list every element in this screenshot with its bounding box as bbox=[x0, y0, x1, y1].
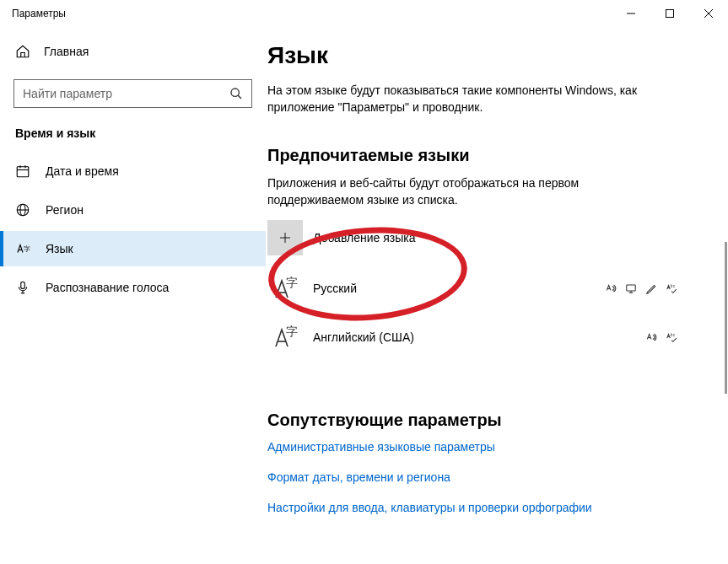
maximize-icon bbox=[666, 9, 674, 18]
search-input[interactable] bbox=[23, 87, 229, 100]
language-features: bc bbox=[605, 282, 677, 294]
add-language-label: Добавление языка bbox=[313, 231, 416, 244]
sidebar-item-datetime[interactable]: Дата и время bbox=[0, 153, 266, 189]
home-nav[interactable]: Главная bbox=[0, 35, 266, 67]
display-language-icon bbox=[625, 282, 637, 294]
sidebar-category: Время и язык bbox=[0, 126, 266, 140]
spellcheck-icon: bc bbox=[666, 331, 677, 343]
svg-rect-1 bbox=[666, 10, 674, 18]
add-icon-square bbox=[267, 220, 303, 255]
search-box[interactable] bbox=[13, 79, 252, 108]
calendar-clock-icon bbox=[15, 164, 30, 179]
link-date-format[interactable]: Формат даты, времени и региона bbox=[267, 470, 703, 484]
svg-text:字: 字 bbox=[286, 276, 298, 289]
svg-text:字: 字 bbox=[24, 245, 30, 253]
page-title: Язык bbox=[267, 42, 703, 69]
text-to-speech-icon bbox=[645, 331, 657, 343]
svg-rect-23 bbox=[627, 285, 636, 291]
titlebar: Параметры bbox=[0, 0, 728, 27]
language-item-english[interactable]: 字 Английский (США) bc bbox=[267, 314, 681, 360]
scrollbar-thumb[interactable] bbox=[725, 242, 727, 394]
svg-rect-6 bbox=[17, 167, 29, 177]
sidebar-item-language[interactable]: 字 Язык bbox=[0, 231, 266, 266]
plus-icon bbox=[278, 230, 293, 245]
language-glyph-icon: 字 bbox=[267, 320, 303, 355]
preferred-description: Приложения и веб-сайты будут отображатьс… bbox=[267, 175, 639, 208]
sidebar-item-label: Язык bbox=[46, 242, 73, 255]
sidebar-item-label: Дата и время bbox=[46, 164, 119, 178]
link-admin-language[interactable]: Административные языковые параметры bbox=[267, 440, 703, 454]
page-description: На этом языке будут показываться такие к… bbox=[267, 83, 664, 115]
search-icon bbox=[229, 87, 243, 100]
language-icon: 字 bbox=[15, 241, 30, 256]
sidebar-item-region[interactable]: Регион bbox=[0, 192, 266, 228]
sidebar-item-label: Регион bbox=[46, 203, 84, 217]
svg-point-4 bbox=[231, 89, 239, 96]
language-features: bc bbox=[645, 331, 677, 343]
home-icon bbox=[15, 44, 30, 59]
add-language-button[interactable]: Добавление языка bbox=[267, 220, 681, 255]
language-item-russian[interactable]: 字 Русский bc bbox=[267, 266, 681, 311]
sidebar: Главная Время и язык Дата и время Регион bbox=[0, 27, 266, 564]
spellcheck-icon: bc bbox=[666, 282, 677, 294]
sidebar-item-label: Распознавание голоса bbox=[46, 281, 169, 294]
preferred-heading: Предпочитаемые языки bbox=[267, 146, 703, 165]
window-title: Параметры bbox=[12, 8, 66, 19]
language-name: Русский bbox=[313, 282, 605, 295]
home-label: Главная bbox=[44, 45, 89, 58]
text-to-speech-icon bbox=[605, 282, 617, 294]
minimize-button[interactable] bbox=[612, 0, 650, 27]
handwriting-icon bbox=[645, 282, 657, 294]
window-controls bbox=[612, 0, 728, 27]
close-icon bbox=[704, 9, 713, 18]
svg-text:c: c bbox=[673, 334, 676, 338]
globe-icon bbox=[15, 202, 30, 218]
link-input-settings[interactable]: Настройки для ввода, клавиатуры и провер… bbox=[267, 501, 703, 514]
minimize-icon bbox=[627, 9, 635, 18]
svg-line-5 bbox=[238, 95, 241, 99]
svg-text:字: 字 bbox=[286, 325, 298, 338]
language-name: Английский (США) bbox=[313, 330, 645, 344]
microphone-icon bbox=[15, 280, 30, 295]
svg-rect-15 bbox=[21, 282, 25, 288]
svg-text:c: c bbox=[673, 285, 676, 289]
maximize-button[interactable] bbox=[650, 0, 689, 27]
close-button[interactable] bbox=[689, 0, 728, 27]
sidebar-item-speech[interactable]: Распознавание голоса bbox=[0, 270, 266, 305]
related-heading: Сопутствующие параметры bbox=[267, 411, 703, 430]
main-content: Язык На этом языке будут показываться та… bbox=[266, 27, 728, 564]
language-glyph-icon: 字 bbox=[267, 271, 303, 306]
